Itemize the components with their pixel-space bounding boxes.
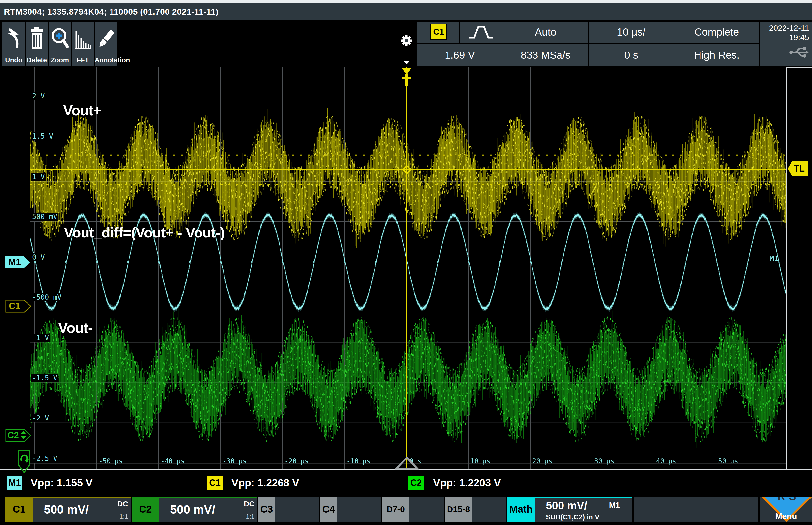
screen-top-strip [0,0,812,3]
undo-button[interactable]: Undo [2,22,25,66]
measurement-c1-badge: C1 [207,476,222,490]
fft-label: FFT [72,57,94,64]
waveform-display[interactable] [30,68,786,469]
settings-gear-icon[interactable] [399,33,413,50]
channel-d70-label[interactable]: D7-0 [382,497,409,522]
y-label-m1v: -1 V [31,333,50,342]
channel-c1-panel[interactable]: 500 mV/ DC 1:1 [33,497,131,522]
annotation-vout-minus: Vout- [58,319,93,336]
device-title: RTM3004; 1335.8794K04; 110005 (01.700 20… [0,3,812,20]
pencil-icon [95,25,117,52]
time-reference-triangle-icon[interactable] [395,456,419,470]
channel-c3-label[interactable]: C3 [258,497,275,522]
trigger-source-badge: C1 [430,24,447,40]
annotation-button[interactable]: Annotation [95,22,117,66]
trigger-position-arrow-icon[interactable] [402,68,411,75]
c2-zero-marker[interactable]: C2 [5,429,31,442]
acquisition-mode-cell[interactable]: Auto [503,22,588,43]
c2-coupling: DC [244,500,254,508]
timebase-cell[interactable]: 10 µs/ [589,22,674,43]
usb-icon [789,46,809,59]
trigger-slope-cell[interactable] [460,22,503,43]
zoom-magnifier-icon [48,25,71,52]
m1-zero-marker[interactable]: M1 [5,256,31,269]
y-label-2v: 2 V [31,92,46,100]
annotation-vout-plus: Vout+ [63,102,101,119]
measurement-m1-value: Vpp: 1.155 V [31,476,93,490]
channel-math-panel[interactable]: 500 mV/ SUB(C1,C2) in V M1 [535,497,632,522]
x-label-m50us: -50 µs [99,457,123,465]
undo-icon [2,25,25,52]
y-label-m2v5: -2.5 V [31,454,58,463]
y-label-m1v5: -1.5 V [31,374,58,382]
c1-zero-marker[interactable]: C1 [5,300,31,313]
channel-c4-label[interactable]: C4 [320,497,337,522]
trigger-level-cell[interactable]: 1.69 V [417,44,503,66]
datetime-cell[interactable]: 2022-12-11 19:45 [760,22,812,66]
channel-c4-panel[interactable] [337,497,381,522]
trigger-slope-icon [468,24,495,41]
delete-label: Delete [26,57,48,64]
svg-text:C1: C1 [9,301,20,311]
fft-spectrum-icon [72,25,94,52]
y-label-m500mv: -500 mV [31,293,62,301]
x-label-30us: 30 µs [594,457,614,465]
menu-label: Menu [760,511,812,521]
x-label-m30us: -30 µs [222,457,247,465]
m1-axis-label: M1 [770,254,778,262]
y-label-1v5: 1.5 V [31,132,54,140]
oscilloscope-screen: RTM3004; 1335.8794K04; 110005 (01.700 20… [0,0,812,525]
c1-scale: 500 mV/ [44,498,89,523]
x-label-m10us: -10 µs [346,457,371,465]
x-label-20us: 20 µs [532,457,552,465]
trash-icon [26,25,48,52]
x-label-m40us: -40 µs [161,457,185,465]
svg-text:C2: C2 [8,430,19,440]
y-label-1v: 1 V [31,172,46,181]
c1-coupling: DC [117,500,128,508]
trigger-source-cell[interactable]: C1 [417,22,459,43]
measurement-m1-badge: M1 [7,476,22,490]
acquisition-state-cell[interactable]: Complete [675,22,759,43]
channel-d158-panel[interactable] [472,497,506,522]
channel-d158-label[interactable]: D15-8 [445,497,472,522]
channel-c1-label[interactable]: C1 [5,497,33,522]
math-ref-badge: M1 [609,501,620,510]
channel-c3-panel[interactable] [275,497,319,522]
channel-c2-label[interactable]: C2 [132,497,159,522]
measurement-c2-badge: C2 [408,476,424,490]
x-label-50us: 50 µs [718,457,738,465]
channel-c2-panel[interactable]: 500 mV/ DC 1:1 [159,497,257,522]
trigger-position-handle[interactable] [405,74,408,86]
x-label-m20us: -20 µs [284,457,309,465]
c1-probe-ratio: 1:1 [119,513,128,520]
channel-d70-panel[interactable] [409,497,444,522]
svg-text:M1: M1 [9,257,21,267]
y-label-0v: 0 V [31,253,46,261]
delete-button[interactable]: Delete [26,22,48,66]
channel-math-label[interactable]: Math [507,497,535,522]
settings-dropdown-arrow-icon[interactable] [403,61,410,64]
x-label-10us: 10 µs [470,457,490,465]
sample-rate-cell[interactable]: 833 MSa/s [503,44,588,66]
menu-button[interactable]: R·S Menu [760,497,812,522]
c2-scale: 500 mV/ [170,498,215,523]
zoom-label: Zoom [48,57,71,64]
measurement-c1-value: Vpp: 1.2268 V [232,476,299,490]
annotation-vout-diff: Vout_diff=(Vout+ - Vout-) [64,224,224,241]
decimation-mode-cell[interactable]: High Res. [675,44,759,66]
trigger-level-flag[interactable]: TL [788,162,808,176]
zoom-button[interactable]: Zoom [48,22,71,66]
y-label-m2v: -2 V [31,414,50,422]
plot-right-border [786,68,787,469]
fft-button[interactable]: FFT [72,22,94,66]
x-label-40us: 40 µs [656,457,676,465]
c2-probe-ratio: 1:1 [246,513,254,520]
math-formula: SUB(C1,C2) in V [546,513,600,521]
channel-empty-panel [634,497,758,522]
c2-probe-shield-icon [17,449,31,474]
math-scale: 500 mV/ [546,500,587,525]
horizontal-position-cell[interactable]: 0 s [589,44,674,66]
trigger-position-handle-bar [402,76,411,79]
date-text: 2022-12-11 [760,23,809,33]
